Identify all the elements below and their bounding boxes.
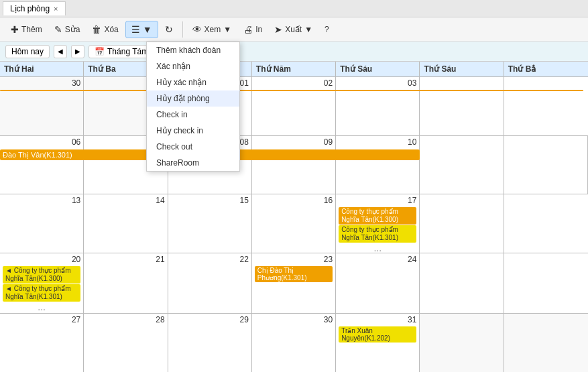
header-thu: Thứ Năm	[252, 62, 336, 76]
date-aug28: 28	[86, 315, 164, 326]
today-label: Hôm nay	[11, 47, 44, 56]
cell-aug25[interactable]	[420, 253, 504, 313]
date-aug19	[507, 196, 585, 197]
menu-huy-xac-nhan[interactable]: Hủy xác nhận	[147, 74, 239, 90]
xoa-button[interactable]: 🗑 Xóa	[86, 21, 123, 38]
cal-row-1: 30 31 01 02 03	[0, 77, 588, 136]
event-dao-thi-van[interactable]	[0, 90, 583, 91]
cell-aug05[interactable]	[504, 77, 588, 135]
cal-row-5: 27 28 29 30 31 Trần Xuân Nguyên(K1.202)	[0, 314, 588, 373]
cell-aug27[interactable]: 27	[0, 314, 84, 373]
cell-aug02[interactable]: 02	[252, 77, 336, 135]
cell-aug24[interactable]: 24	[336, 253, 420, 313]
cell-aug29[interactable]: 29	[168, 314, 252, 373]
nav-bar: Hôm nay ◀ ▶ 📅 Tháng Tám 20	[0, 42, 588, 62]
sua-button[interactable]: ✎ Sửa	[49, 21, 86, 38]
dropdown-menu: Thêm khách đoàn Xác nhận Hủy xác nhận Hủ…	[146, 42, 240, 172]
tab-close-icon[interactable]: ×	[54, 5, 58, 13]
cell-sep01[interactable]	[420, 314, 504, 373]
date-aug06: 06	[3, 137, 80, 148]
refresh-icon: ↻	[165, 24, 173, 35]
them-button[interactable]: ✚ Thêm	[5, 21, 48, 38]
cell-aug13[interactable]: 13	[0, 194, 84, 253]
menu-huy-dat-phong[interactable]: Hủy đặt phòng	[147, 90, 239, 107]
cell-aug04[interactable]	[420, 77, 504, 135]
event-cty-nghia-tan-301-row3[interactable]: Công ty thực phẩm Nghĩa Tân(K1.301)	[339, 225, 416, 243]
date-aug23: 23	[255, 255, 333, 265]
separator-1	[182, 21, 183, 38]
dropdown-arrow-icon: ▼	[143, 24, 152, 35]
cell-aug20[interactable]: 20 ◄ Công ty thực phẩm Nghĩa Tân(K1.300)…	[0, 253, 84, 313]
calendar-icon: 📅	[95, 47, 105, 56]
date-aug03: 03	[339, 78, 416, 89]
menu-share-room[interactable]: ShareRoom	[147, 155, 239, 171]
cell-sep02[interactable]	[504, 314, 588, 373]
event-cty-nghia-tan-300-row4[interactable]: ◄ Công ty thực phẩm Nghĩa Tân(K1.300)	[3, 266, 80, 284]
help-label: ?	[325, 25, 329, 34]
menu-check-in[interactable]: Check in	[147, 107, 239, 123]
tab-lich-phong[interactable]: Lịch phòng ×	[3, 1, 66, 15]
event-chi-dao-row4[interactable]: Chị Đào Thị Phương(K1.301)	[255, 266, 333, 282]
cell-aug03[interactable]: 03	[336, 77, 420, 135]
cell-aug17[interactable]: 17 Công ty thực phẩm Nghĩa Tân(K1.300) C…	[336, 194, 420, 253]
xem-arrow-icon: ▼	[223, 25, 231, 34]
date-aug17: 17	[339, 196, 416, 206]
cell-aug12[interactable]	[504, 136, 588, 194]
cell-jul30[interactable]: 30	[0, 77, 84, 135]
cal-row-3: 13 14 15 16 17 Công ty thực phẩm Nghĩa T…	[0, 194, 588, 253]
xoa-label: Xóa	[104, 25, 118, 34]
cell-aug15[interactable]: 15	[168, 194, 252, 253]
header-sun: Thứ Bả	[504, 62, 588, 76]
date-aug26	[507, 255, 585, 256]
date-aug12	[507, 137, 585, 139]
cell-aug26[interactable]	[504, 253, 588, 313]
event-cty-nghia-tan-301-row4[interactable]: ◄ Công ty thực phẩm Nghĩa Tân(K1.301)	[3, 284, 80, 302]
xuat-button[interactable]: ➤ Xuất ▼	[269, 21, 318, 38]
plus-icon: ✚	[11, 24, 19, 35]
date-aug30: 30	[255, 315, 333, 326]
xem-button[interactable]: 👁 Xem ▼	[187, 21, 237, 38]
menu-check-out[interactable]: Check out	[147, 139, 239, 155]
next-button[interactable]: ▶	[71, 45, 84, 58]
menu-huy-check-in[interactable]: Hủy check in	[147, 123, 239, 139]
date-aug31: 31	[339, 315, 416, 326]
today-button[interactable]: Hôm nay	[5, 45, 50, 58]
date-aug22: 22	[171, 255, 249, 265]
date-aug16: 16	[255, 196, 333, 206]
cell-aug31[interactable]: 31 Trần Xuân Nguyên(K1.202)	[336, 314, 420, 373]
toolbar: ✚ Thêm ✎ Sửa 🗑 Xóa ☰ ▼ ↻ 👁 Xem ▼ 🖨 In ➤ …	[0, 17, 588, 42]
cell-aug30[interactable]: 30	[252, 314, 336, 373]
event-cty-nghia-tan-300-row3[interactable]: Công ty thực phẩm Nghĩa Tân(K1.300)	[339, 207, 416, 225]
dots-row3: ...	[339, 243, 416, 253]
cell-aug10[interactable]: 10	[336, 136, 420, 194]
cell-aug18[interactable]	[420, 194, 504, 253]
menu-them-khach-doan[interactable]: Thêm khách đoàn	[147, 42, 239, 58]
cell-aug21[interactable]: 21	[84, 253, 168, 313]
cell-aug23[interactable]: 23 Chị Đào Thị Phương(K1.301)	[252, 253, 336, 313]
date-aug14: 14	[86, 196, 164, 206]
cell-aug14[interactable]: 14	[84, 194, 168, 253]
in-button[interactable]: 🖨 In	[238, 21, 268, 38]
sua-label: Sửa	[65, 25, 80, 34]
them-label: Thêm	[21, 25, 42, 34]
calendar-body: 30 31 01 02 03	[0, 77, 588, 372]
date-aug24: 24	[339, 255, 416, 265]
cell-aug06[interactable]: 06	[0, 136, 84, 194]
menu-button[interactable]: ☰ ▼	[125, 21, 158, 38]
cell-aug11[interactable]	[420, 136, 504, 194]
prev-button[interactable]: ◀	[54, 45, 67, 58]
date-aug27: 27	[3, 315, 80, 326]
cell-aug22[interactable]: 22	[168, 253, 252, 313]
event-tran-xuan-nguyen[interactable]: Trần Xuân Nguyên(K1.202)	[339, 326, 416, 343]
cell-aug19[interactable]	[504, 194, 588, 253]
cell-aug16[interactable]: 16	[252, 194, 336, 253]
menu-xac-nhan[interactable]: Xác nhận	[147, 58, 239, 74]
cell-aug09[interactable]: 09	[252, 136, 336, 194]
cal-row-4: 20 ◄ Công ty thực phẩm Nghĩa Tân(K1.300)…	[0, 253, 588, 314]
cell-aug28[interactable]: 28	[84, 314, 168, 373]
date-sep02	[507, 315, 585, 316]
help-button[interactable]: ?	[319, 22, 335, 37]
trash-icon: 🗑	[92, 24, 101, 35]
date-aug02: 02	[255, 78, 333, 89]
refresh-button[interactable]: ↻	[160, 21, 178, 38]
